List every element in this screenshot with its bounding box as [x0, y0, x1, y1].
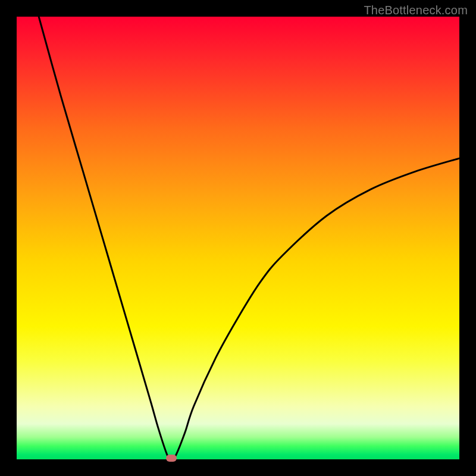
watermark-text: TheBottleneck.com: [364, 4, 468, 17]
chart-plot-area: [17, 17, 459, 459]
bottleneck-curve: [17, 17, 459, 459]
optimal-point-marker: [166, 455, 177, 462]
